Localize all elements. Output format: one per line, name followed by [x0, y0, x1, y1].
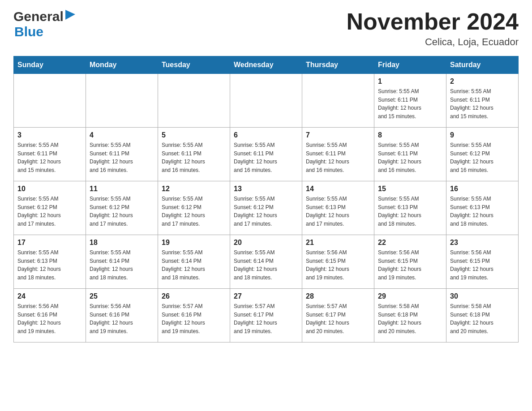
- day-info: Sunrise: 5:55 AM Sunset: 6:11 PM Dayligh…: [450, 87, 515, 120]
- calendar-cell: 13Sunrise: 5:55 AM Sunset: 6:12 PM Dayli…: [230, 181, 302, 235]
- location-title: Celica, Loja, Ecuador: [347, 36, 519, 48]
- calendar-cell: 29Sunrise: 5:58 AM Sunset: 6:18 PM Dayli…: [374, 289, 446, 342]
- col-header-wednesday: Wednesday: [230, 56, 302, 74]
- calendar-cell: 6Sunrise: 5:55 AM Sunset: 6:11 PM Daylig…: [230, 128, 302, 181]
- day-number: 26: [162, 292, 226, 300]
- day-number: 29: [378, 292, 442, 300]
- day-number: 3: [17, 131, 82, 139]
- day-number: 18: [90, 239, 154, 247]
- day-info: Sunrise: 5:55 AM Sunset: 6:14 PM Dayligh…: [234, 248, 298, 282]
- month-title: November 2024: [347, 9, 519, 34]
- calendar-cell: [158, 74, 230, 128]
- col-header-friday: Friday: [374, 56, 446, 74]
- col-header-sunday: Sunday: [14, 56, 86, 74]
- day-info: Sunrise: 5:55 AM Sunset: 6:11 PM Dayligh…: [378, 141, 442, 174]
- calendar-cell: 9Sunrise: 5:55 AM Sunset: 6:12 PM Daylig…: [446, 128, 519, 181]
- header-row: SundayMondayTuesdayWednesdayThursdayFrid…: [14, 56, 519, 74]
- day-info: Sunrise: 5:55 AM Sunset: 6:13 PM Dayligh…: [378, 195, 442, 228]
- day-info: Sunrise: 5:55 AM Sunset: 6:11 PM Dayligh…: [306, 141, 370, 174]
- calendar-cell: 17Sunrise: 5:55 AM Sunset: 6:13 PM Dayli…: [14, 235, 86, 289]
- calendar-cell: [230, 74, 302, 128]
- col-header-saturday: Saturday: [446, 56, 519, 74]
- day-info: Sunrise: 5:56 AM Sunset: 6:16 PM Dayligh…: [17, 302, 82, 335]
- day-info: Sunrise: 5:56 AM Sunset: 6:15 PM Dayligh…: [306, 248, 370, 282]
- day-number: 13: [234, 185, 298, 193]
- day-number: 15: [378, 185, 442, 193]
- day-number: 2: [450, 77, 515, 86]
- week-row-2: 3Sunrise: 5:55 AM Sunset: 6:11 PM Daylig…: [14, 128, 519, 181]
- day-info: Sunrise: 5:56 AM Sunset: 6:15 PM Dayligh…: [378, 248, 442, 282]
- calendar-cell: 26Sunrise: 5:57 AM Sunset: 6:16 PM Dayli…: [158, 289, 230, 342]
- calendar-cell: 14Sunrise: 5:55 AM Sunset: 6:13 PM Dayli…: [302, 181, 374, 235]
- day-number: 20: [234, 239, 298, 247]
- calendar-cell: 21Sunrise: 5:56 AM Sunset: 6:15 PM Dayli…: [302, 235, 374, 289]
- calendar-cell: 22Sunrise: 5:56 AM Sunset: 6:15 PM Dayli…: [374, 235, 446, 289]
- day-info: Sunrise: 5:55 AM Sunset: 6:14 PM Dayligh…: [90, 248, 154, 282]
- calendar-cell: 20Sunrise: 5:55 AM Sunset: 6:14 PM Dayli…: [230, 235, 302, 289]
- calendar-cell: [86, 74, 158, 128]
- calendar-cell: 27Sunrise: 5:57 AM Sunset: 6:17 PM Dayli…: [230, 289, 302, 342]
- col-header-monday: Monday: [86, 56, 158, 74]
- calendar-cell: 3Sunrise: 5:55 AM Sunset: 6:11 PM Daylig…: [14, 128, 86, 181]
- day-number: 27: [234, 292, 298, 300]
- calendar-cell: 28Sunrise: 5:57 AM Sunset: 6:17 PM Dayli…: [302, 289, 374, 342]
- title-section: November 2024 Celica, Loja, Ecuador: [347, 9, 519, 48]
- day-info: Sunrise: 5:55 AM Sunset: 6:11 PM Dayligh…: [90, 141, 154, 174]
- day-info: Sunrise: 5:57 AM Sunset: 6:17 PM Dayligh…: [234, 302, 298, 335]
- day-info: Sunrise: 5:55 AM Sunset: 6:13 PM Dayligh…: [306, 195, 370, 228]
- day-info: Sunrise: 5:58 AM Sunset: 6:18 PM Dayligh…: [378, 302, 442, 335]
- day-info: Sunrise: 5:55 AM Sunset: 6:12 PM Dayligh…: [162, 195, 226, 228]
- calendar-cell: 5Sunrise: 5:55 AM Sunset: 6:11 PM Daylig…: [158, 128, 230, 181]
- day-number: 5: [162, 131, 226, 139]
- day-number: 17: [17, 239, 82, 247]
- calendar-cell: 18Sunrise: 5:55 AM Sunset: 6:14 PM Dayli…: [86, 235, 158, 289]
- day-number: 25: [90, 292, 154, 300]
- calendar-cell: 15Sunrise: 5:55 AM Sunset: 6:13 PM Dayli…: [374, 181, 446, 235]
- day-info: Sunrise: 5:55 AM Sunset: 6:13 PM Dayligh…: [17, 248, 82, 282]
- calendar-cell: 11Sunrise: 5:55 AM Sunset: 6:12 PM Dayli…: [86, 181, 158, 235]
- day-info: Sunrise: 5:55 AM Sunset: 6:12 PM Dayligh…: [450, 141, 515, 174]
- day-info: Sunrise: 5:57 AM Sunset: 6:16 PM Dayligh…: [162, 302, 226, 335]
- calendar-cell: 12Sunrise: 5:55 AM Sunset: 6:12 PM Dayli…: [158, 181, 230, 235]
- day-number: 12: [162, 185, 226, 193]
- day-info: Sunrise: 5:55 AM Sunset: 6:12 PM Dayligh…: [17, 195, 82, 228]
- calendar-cell: 25Sunrise: 5:56 AM Sunset: 6:16 PM Dayli…: [86, 289, 158, 342]
- week-row-1: 1Sunrise: 5:55 AM Sunset: 6:11 PM Daylig…: [14, 74, 519, 128]
- day-info: Sunrise: 5:55 AM Sunset: 6:11 PM Dayligh…: [378, 87, 442, 120]
- svg-marker-0: [65, 10, 75, 20]
- day-number: 16: [450, 185, 515, 193]
- day-number: 11: [90, 185, 154, 193]
- day-number: 21: [306, 239, 370, 247]
- calendar-cell: [302, 74, 374, 128]
- day-info: Sunrise: 5:56 AM Sunset: 6:16 PM Dayligh…: [90, 302, 154, 335]
- logo-general-text: General: [13, 9, 64, 24]
- col-header-tuesday: Tuesday: [158, 56, 230, 74]
- day-info: Sunrise: 5:58 AM Sunset: 6:18 PM Dayligh…: [450, 302, 515, 335]
- page-header: General Blue November 2024 Celica, Loja,…: [13, 9, 519, 48]
- calendar-cell: 4Sunrise: 5:55 AM Sunset: 6:11 PM Daylig…: [86, 128, 158, 181]
- calendar-cell: 1Sunrise: 5:55 AM Sunset: 6:11 PM Daylig…: [374, 74, 446, 128]
- day-number: 14: [306, 185, 370, 193]
- day-number: 8: [378, 131, 442, 139]
- day-number: 1: [378, 77, 442, 86]
- day-info: Sunrise: 5:55 AM Sunset: 6:11 PM Dayligh…: [234, 141, 298, 174]
- logo: General Blue: [13, 9, 75, 39]
- week-row-4: 17Sunrise: 5:55 AM Sunset: 6:13 PM Dayli…: [14, 235, 519, 289]
- calendar-cell: 16Sunrise: 5:55 AM Sunset: 6:13 PM Dayli…: [446, 181, 519, 235]
- day-info: Sunrise: 5:57 AM Sunset: 6:17 PM Dayligh…: [306, 302, 370, 335]
- calendar-cell: 10Sunrise: 5:55 AM Sunset: 6:12 PM Dayli…: [14, 181, 86, 235]
- day-number: 19: [162, 239, 226, 247]
- calendar-cell: 23Sunrise: 5:56 AM Sunset: 6:15 PM Dayli…: [446, 235, 519, 289]
- calendar-cell: 7Sunrise: 5:55 AM Sunset: 6:11 PM Daylig…: [302, 128, 374, 181]
- day-info: Sunrise: 5:56 AM Sunset: 6:15 PM Dayligh…: [450, 248, 515, 282]
- calendar-cell: 24Sunrise: 5:56 AM Sunset: 6:16 PM Dayli…: [14, 289, 86, 342]
- day-info: Sunrise: 5:55 AM Sunset: 6:12 PM Dayligh…: [90, 195, 154, 228]
- day-number: 22: [378, 239, 442, 247]
- day-info: Sunrise: 5:55 AM Sunset: 6:13 PM Dayligh…: [450, 195, 515, 228]
- day-number: 9: [450, 131, 515, 139]
- logo-blue-text: Blue: [13, 24, 43, 39]
- day-number: 28: [306, 292, 370, 300]
- week-row-3: 10Sunrise: 5:55 AM Sunset: 6:12 PM Dayli…: [14, 181, 519, 235]
- day-info: Sunrise: 5:55 AM Sunset: 6:11 PM Dayligh…: [17, 141, 82, 174]
- calendar-cell: 30Sunrise: 5:58 AM Sunset: 6:18 PM Dayli…: [446, 289, 519, 342]
